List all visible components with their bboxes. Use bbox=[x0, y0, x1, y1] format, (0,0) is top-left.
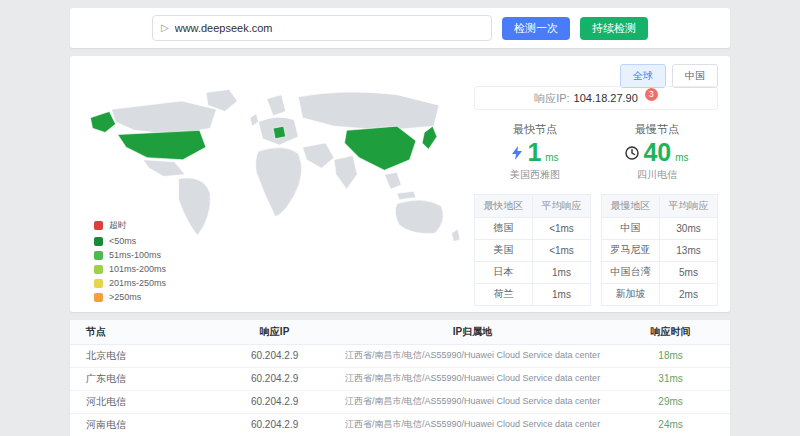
latency-cell: 30ms bbox=[660, 217, 718, 239]
legend-label: 101ms-200ms bbox=[109, 264, 166, 274]
node-time: 31ms bbox=[611, 367, 730, 390]
map-region-usa bbox=[118, 130, 206, 159]
node-location: 江西省/南昌市/电信/AS55990/Huawei Cloud Service … bbox=[334, 367, 611, 390]
table-row: 河南电信 60.204.2.9 江西省/南昌市/电信/AS55990/Huawe… bbox=[70, 413, 730, 436]
url-input-box[interactable]: ▷ bbox=[152, 15, 492, 41]
node-time: 29ms bbox=[611, 390, 730, 413]
table-row: 美国 <1ms bbox=[475, 239, 591, 261]
legend-item: 超时 bbox=[94, 219, 166, 232]
legend-label: <50ms bbox=[109, 236, 136, 246]
response-ip-box: 响应IP: 104.18.27.90 3 bbox=[474, 86, 718, 110]
legend-swatch-timeout bbox=[94, 221, 103, 230]
tab-global[interactable]: 全球 bbox=[620, 64, 666, 88]
map-region-australia bbox=[395, 200, 443, 233]
latency-cell: 5ms bbox=[660, 261, 718, 283]
region-tables: 最快地区 平均响应 德国 <1ms 美国 <1ms bbox=[474, 194, 718, 306]
region-cell: 荷兰 bbox=[475, 283, 533, 305]
legend-item: 201ms-250ms bbox=[94, 278, 166, 288]
search-bar: ▷ 检测一次 持续检测 bbox=[70, 8, 730, 48]
map-region-alaska bbox=[90, 111, 115, 132]
latency-cell: <1ms bbox=[533, 239, 591, 261]
map-region-germany bbox=[273, 126, 286, 139]
map-region-se-asia bbox=[384, 172, 401, 189]
node-ip: 60.204.2.9 bbox=[215, 367, 334, 390]
summary-panel: 响应IP: 104.18.27.90 3 最快节点 1 ms 美国西雅图 bbox=[474, 86, 718, 306]
table-row: 广东电信 60.204.2.9 江西省/南昌市/电信/AS55990/Huawe… bbox=[70, 367, 730, 390]
legend-item: <50ms bbox=[94, 236, 166, 246]
region-cell: 美国 bbox=[475, 239, 533, 261]
table-row: 北京电信 60.204.2.9 江西省/南昌市/电信/AS55990/Huawe… bbox=[70, 344, 730, 367]
map-region-china bbox=[345, 126, 416, 170]
latency-cell: 13ms bbox=[660, 239, 718, 261]
slowest-node-stat: 最慢节点 40 ms 四川电信 bbox=[596, 122, 718, 182]
legend-label: >250ms bbox=[109, 292, 141, 302]
table-row: 中国 30ms bbox=[602, 217, 718, 239]
table-row: 德国 <1ms bbox=[475, 217, 591, 239]
tab-china[interactable]: 中国 bbox=[672, 64, 718, 88]
continuous-check-button[interactable]: 持续检测 bbox=[580, 17, 648, 40]
table-row: 日本 1ms bbox=[475, 261, 591, 283]
latency-cell: 1ms bbox=[533, 283, 591, 305]
node-time: 18ms bbox=[611, 344, 730, 367]
result-card: 全球 中国 bbox=[70, 56, 730, 312]
fastest-regions-table: 最快地区 平均响应 德国 <1ms 美国 <1ms bbox=[474, 194, 591, 306]
stats-row: 最快节点 1 ms 美国西雅图 最慢节点 bbox=[474, 122, 718, 182]
fastest-node-location: 美国西雅图 bbox=[474, 168, 596, 182]
map-region-japan bbox=[422, 126, 437, 149]
legend-swatch-201-250 bbox=[94, 279, 103, 288]
legend-label: 51ms-100ms bbox=[109, 250, 161, 260]
url-input[interactable] bbox=[175, 22, 483, 34]
column-header-node: 节点 bbox=[70, 320, 215, 344]
column-header: 平均响应 bbox=[660, 194, 718, 217]
map-region-indonesia bbox=[397, 191, 416, 199]
region-cell: 日本 bbox=[475, 261, 533, 283]
response-ip-label: 响应IP: bbox=[534, 91, 569, 106]
map-region-india bbox=[334, 156, 357, 190]
legend-swatch-101-200 bbox=[94, 265, 103, 274]
region-cell: 中国 bbox=[602, 217, 660, 239]
column-header-time: 响应时间 bbox=[611, 320, 730, 344]
legend-item: 101ms-200ms bbox=[94, 264, 166, 274]
legend-swatch-under-50 bbox=[94, 237, 103, 246]
node-location: 江西省/南昌市/电信/AS55990/Huawei Cloud Service … bbox=[334, 413, 611, 436]
region-cell: 德国 bbox=[475, 217, 533, 239]
node-name: 广东电信 bbox=[70, 367, 215, 390]
slowest-node-title: 最慢节点 bbox=[596, 122, 718, 137]
region-cell: 罗马尼亚 bbox=[602, 239, 660, 261]
node-name: 河南电信 bbox=[70, 413, 215, 436]
map-region-mexico bbox=[143, 160, 185, 177]
latency-cell: 1ms bbox=[533, 261, 591, 283]
scope-tabs: 全球 中国 bbox=[620, 64, 718, 88]
node-results-card: 节点 响应IP IP归属地 响应时间 北京电信 60.204.2.9 江西省/南… bbox=[70, 320, 730, 436]
map-region-new-zealand bbox=[452, 229, 460, 242]
node-name: 河北电信 bbox=[70, 390, 215, 413]
slowest-regions-table: 最慢地区 平均响应 中国 30ms 罗马尼亚 13ms bbox=[601, 194, 718, 306]
clock-icon bbox=[625, 146, 639, 160]
play-icon: ▷ bbox=[161, 23, 169, 33]
slowest-node-value: 40 bbox=[643, 139, 671, 167]
slowest-node-unit: ms bbox=[675, 152, 688, 163]
table-row: 河北电信 60.204.2.9 江西省/南昌市/电信/AS55990/Huawe… bbox=[70, 390, 730, 413]
node-location: 江西省/南昌市/电信/AS55990/Huawei Cloud Service … bbox=[334, 390, 611, 413]
latency-legend: 超时 <50ms 51ms-100ms 101ms-200ms 201ms-25… bbox=[94, 215, 166, 302]
latency-cell: 2ms bbox=[660, 283, 718, 305]
table-row: 荷兰 1ms bbox=[475, 283, 591, 305]
fastest-node-stat: 最快节点 1 ms 美国西雅图 bbox=[474, 122, 596, 182]
node-location: 江西省/南昌市/电信/AS55990/Huawei Cloud Service … bbox=[334, 344, 611, 367]
node-ip: 60.204.2.9 bbox=[215, 344, 334, 367]
column-header-ip: 响应IP bbox=[215, 320, 334, 344]
column-header-location: IP归属地 bbox=[334, 320, 611, 344]
map-region-canada bbox=[111, 101, 216, 135]
region-cell: 中国台湾 bbox=[602, 261, 660, 283]
legend-label: 201ms-250ms bbox=[109, 278, 166, 288]
legend-item: >250ms bbox=[94, 292, 166, 302]
ip-count-badge[interactable]: 3 bbox=[645, 88, 658, 101]
latency-cell: <1ms bbox=[533, 217, 591, 239]
legend-label: 超时 bbox=[109, 219, 127, 232]
map-region-africa bbox=[256, 148, 302, 217]
response-ip-value: 104.18.27.90 bbox=[574, 92, 638, 104]
check-once-button[interactable]: 检测一次 bbox=[502, 17, 570, 40]
map-region-scandinavia bbox=[267, 95, 286, 116]
map-region-uk bbox=[250, 114, 258, 127]
table-row: 新加坡 2ms bbox=[602, 283, 718, 305]
